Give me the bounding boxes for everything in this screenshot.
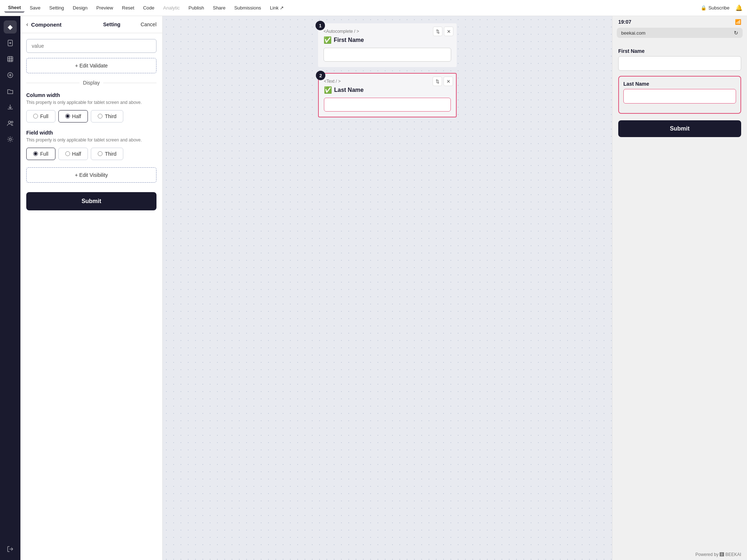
sidebar-icon-users[interactable]: [4, 117, 17, 130]
preview-first-name-input[interactable]: [618, 56, 741, 71]
settings-component-label: Component: [31, 22, 83, 28]
preview-submit-button[interactable]: Submit: [618, 120, 741, 137]
column-width-radio-group: Full Half Third: [26, 110, 156, 122]
nav-analytic[interactable]: Analytic: [159, 4, 183, 12]
settings-header: ‹ Component Setting Cancel: [20, 16, 162, 33]
settings-panel: ‹ Component Setting Cancel + Edit Valida…: [20, 16, 163, 560]
value-input[interactable]: [26, 39, 156, 53]
settings-body: + Edit Validate Display Column width Thi…: [20, 33, 162, 216]
sidebar-icon-settings[interactable]: [4, 133, 17, 146]
nav-save[interactable]: Save: [26, 4, 44, 12]
field-width-third-radio[interactable]: [98, 151, 102, 156]
card-1-title-text: First Name: [334, 37, 364, 43]
refresh-icon[interactable]: ↻: [734, 30, 738, 36]
nav-submissions[interactable]: Submissions: [231, 4, 265, 12]
powered-by: Powered by 🅱 BEEKAI: [612, 549, 747, 560]
nav-design[interactable]: Design: [69, 4, 91, 12]
card-1-controls: ⇅ ✕: [433, 27, 453, 36]
card-2-tag: <Text / >: [324, 79, 451, 84]
sidebar-icon-add-page[interactable]: [4, 36, 17, 50]
field-width-desc: This property is only applicable for tab…: [26, 137, 156, 143]
form-card-1[interactable]: 1 ⇅ ✕ <Autocomplete / > ✅ First Name: [318, 23, 457, 67]
column-width-third-radio[interactable]: [98, 114, 102, 118]
field-width-radio-group: Full Half Third: [26, 148, 156, 160]
field-width-half-radio[interactable]: [65, 151, 70, 156]
card-1-title: ✅ First Name: [324, 36, 451, 44]
card-2-title: ✅ Last Name: [324, 86, 451, 94]
nav-sheet[interactable]: Sheet: [4, 3, 24, 12]
display-section-label: Display: [83, 80, 100, 86]
nav-preview[interactable]: Preview: [93, 4, 117, 12]
form-card-2[interactable]: 2 ⇅ ✕ <Text / > ✅ Last Name: [318, 73, 457, 117]
field-width-third-label: Third: [105, 151, 116, 157]
column-width-label: Column width: [26, 92, 156, 98]
column-width-half-radio[interactable]: [65, 114, 70, 118]
subscribe-label: Subscribe: [708, 5, 729, 11]
back-arrow-icon[interactable]: ‹: [26, 21, 28, 28]
sidebar-icon-logo[interactable]: ◆: [4, 20, 17, 34]
field-width-full[interactable]: Full: [26, 148, 55, 160]
card-number-1: 1: [316, 21, 325, 30]
preview-last-name-group: Last Name: [618, 76, 741, 114]
nav-code[interactable]: Code: [139, 4, 158, 12]
edit-validate-button[interactable]: + Edit Validate: [26, 58, 156, 73]
preview-time: 19:07: [618, 19, 631, 25]
card-1-input-preview: [324, 48, 451, 62]
field-width-full-label: Full: [40, 151, 49, 157]
column-width-third[interactable]: Third: [91, 110, 123, 122]
svg-rect-3: [8, 57, 13, 62]
card-2-close-button[interactable]: ✕: [444, 77, 453, 86]
column-width-full-radio[interactable]: [33, 114, 38, 118]
nav-share[interactable]: Share: [209, 4, 229, 12]
card-2-input-preview: [324, 98, 451, 112]
cancel-button[interactable]: Cancel: [140, 22, 156, 27]
field-width-half-label: Half: [72, 151, 81, 157]
card-1-close-button[interactable]: ✕: [444, 27, 453, 36]
lock-icon: 🔒: [701, 5, 707, 11]
subscribe-button[interactable]: 🔒 Subscribe: [696, 4, 734, 12]
column-width-desc: This property is only applicable for tab…: [26, 100, 156, 106]
preview-url-bar[interactable]: beekai.com ↻: [617, 28, 743, 38]
column-width-third-label: Third: [105, 113, 116, 119]
sidebar-icon-add-component[interactable]: [4, 69, 17, 82]
card-1-tag: <Autocomplete / >: [324, 29, 451, 34]
column-width-full-label: Full: [40, 113, 49, 119]
sidebar-icon-logout[interactable]: [4, 542, 17, 556]
field-width-section: Field width This property is only applic…: [26, 130, 156, 160]
card-1-check-icon: ✅: [324, 36, 332, 44]
card-2-check-icon: ✅: [324, 86, 332, 94]
column-width-section: Column width This property is only appli…: [26, 92, 156, 122]
svg-point-13: [9, 138, 11, 140]
preview-panel: 19:07 📶 beekai.com ↻ First Name Last Nam…: [612, 16, 747, 560]
submit-button[interactable]: Submit: [26, 192, 156, 210]
preview-last-name-label: Last Name: [623, 81, 736, 87]
nav-setting[interactable]: Setting: [46, 4, 67, 12]
field-width-label: Field width: [26, 130, 156, 136]
edit-visibility-button[interactable]: + Edit Visibility: [26, 167, 156, 183]
card-1-reorder-button[interactable]: ⇅: [433, 27, 442, 36]
canvas-area[interactable]: 1 ⇅ ✕ <Autocomplete / > ✅ First Name 2 ⇅…: [163, 16, 612, 560]
sidebar: ◆: [0, 16, 20, 560]
card-number-2: 2: [316, 71, 325, 80]
card-2-title-text: Last Name: [334, 87, 364, 93]
column-width-full[interactable]: Full: [26, 110, 55, 122]
nav-reset[interactable]: Reset: [118, 4, 138, 12]
card-2-reorder-button[interactable]: ⇅: [433, 77, 442, 86]
nav-link[interactable]: Link ↗: [266, 4, 287, 12]
top-nav: Sheet Save Setting Design Preview Reset …: [0, 0, 747, 16]
wifi-icon: 📶: [735, 19, 741, 25]
main-layout: ◆ ‹ Component Setting Can: [0, 16, 747, 560]
bell-icon[interactable]: 🔔: [735, 4, 743, 11]
preview-content: First Name Last Name Submit: [612, 42, 747, 549]
column-width-half[interactable]: Half: [58, 110, 88, 122]
sidebar-icon-download[interactable]: [4, 101, 17, 114]
preview-last-name-input[interactable]: [623, 89, 736, 104]
nav-publish[interactable]: Publish: [185, 4, 208, 12]
svg-point-11: [8, 121, 11, 123]
sidebar-icon-folder[interactable]: [4, 85, 17, 98]
field-width-third[interactable]: Third: [91, 148, 123, 160]
column-width-half-label: Half: [72, 113, 81, 119]
sidebar-icon-layers[interactable]: [4, 52, 17, 66]
field-width-full-radio[interactable]: [33, 151, 38, 156]
field-width-half[interactable]: Half: [58, 148, 88, 160]
